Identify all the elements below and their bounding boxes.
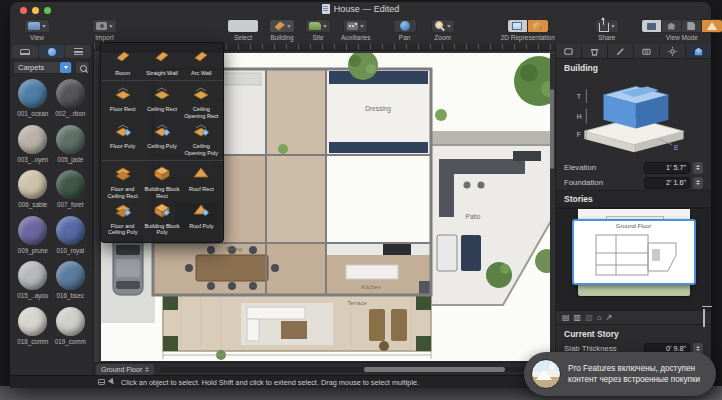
duplicate-story-icon[interactable]: ▥ (574, 314, 582, 322)
delete-story-button[interactable] (703, 309, 705, 327)
import-button[interactable]: Import (92, 19, 117, 41)
menu-item-label: Roof Rect (189, 186, 214, 192)
material-swatch[interactable]: 006_sable (14, 170, 52, 213)
status-cursor-icon (108, 378, 116, 386)
foundation-value-field[interactable]: 2' 1.6" (644, 177, 690, 189)
move-story-icon[interactable]: ↗ (606, 314, 613, 322)
add-story-icon[interactable]: ▤ (562, 314, 570, 322)
building-section-header: Building (556, 59, 711, 75)
vertical-scroll-thumb[interactable] (550, 89, 554, 169)
site-tool-button[interactable]: Site (305, 19, 331, 41)
building-tool-button[interactable]: Building (269, 19, 295, 41)
menu-item-label: Ceiling Rect (147, 106, 177, 112)
menu-item-ceiling-rect[interactable]: Ceiling Rect (142, 83, 181, 120)
material-swatch[interactable]: 019_comm (52, 307, 90, 350)
material-swatch[interactable]: 007_foret (52, 170, 90, 213)
material-swatch[interactable]: 001_ocean (14, 79, 52, 122)
tab-edit[interactable] (608, 44, 634, 58)
menu-item-floor-and-ceiling-rect[interactable]: Floor and Ceiling Rect (103, 163, 142, 200)
tab-materials-inspector[interactable] (582, 44, 608, 58)
swatch-thumbnail (56, 216, 85, 245)
elevation-stepper[interactable] (693, 162, 703, 174)
view-mode-page-button[interactable] (682, 20, 702, 32)
menu-item-building-block-poly[interactable]: Building Block Poly (142, 200, 181, 237)
share-icon (599, 23, 609, 32)
menu-item-floor-rect[interactable]: Floor Rect (103, 83, 142, 120)
zoom-tool-button[interactable]: Zoom (431, 19, 455, 41)
floor-tab-ground[interactable]: Ground Floor (96, 364, 154, 375)
menu-item-arc-wall[interactable]: Arc Wall (182, 47, 221, 77)
tab-light[interactable] (660, 44, 686, 58)
menu-item-label: Ceiling Poly (147, 143, 177, 149)
tab-building[interactable] (686, 44, 711, 58)
swatch-thumbnail (18, 170, 47, 199)
menu-item-ceiling-opening-poly[interactable]: Ceiling Opening Poly (182, 120, 221, 157)
material-swatch[interactable]: 016_bsec (52, 261, 90, 304)
zoom-icon (435, 21, 445, 31)
horizontal-scroll-thumb[interactable] (364, 367, 505, 372)
material-swatch[interactable]: 018_comm (14, 307, 52, 350)
window-title: House — Edited (334, 4, 400, 14)
auxiliaries-button[interactable]: Auxiliaries (341, 19, 371, 41)
swatch-thumbnail (56, 79, 85, 108)
floor-stepper-icon[interactable] (145, 367, 149, 372)
pencil-icon (615, 46, 626, 57)
room-label-dressing: Dressing (365, 105, 391, 113)
menu-item-floor-poly[interactable]: Floor Poly (103, 120, 142, 157)
material-swatch[interactable]: 005_jade (52, 125, 90, 168)
menu-item-roof-rect[interactable]: Roof Rect (182, 163, 221, 200)
menu-item-straight-wall[interactable]: Straight Wall (142, 47, 181, 77)
story-card-ground-floor[interactable]: Ground Floor (572, 219, 696, 285)
view-button[interactable]: View (24, 19, 50, 41)
menu-item-label: Floor Rect (110, 106, 136, 112)
slab2-icon (114, 165, 132, 185)
material-swatch[interactable]: 010_royal (52, 216, 90, 259)
view-mode-plan-button[interactable] (642, 20, 662, 32)
slab-poly-icon (153, 122, 171, 142)
elevation-value-field[interactable]: 1' 5.7" (644, 162, 690, 174)
export-story-icon[interactable]: ⌂ (597, 314, 602, 322)
menu-item-floor-and-ceiling-poly[interactable]: Floor and Ceiling Poly (103, 200, 142, 237)
vertical-scrollbar[interactable] (550, 52, 554, 360)
menu-item-building-block-rect[interactable]: Building Block Rect (142, 163, 181, 200)
material-swatch[interactable]: 003_..oyen (14, 125, 52, 168)
tab-object[interactable] (556, 44, 582, 58)
paint-bucket-icon (589, 46, 600, 57)
select-tool-button[interactable]: Select (227, 19, 259, 41)
plan-view-icon (647, 23, 656, 30)
material-swatch[interactable]: 009_prune (14, 216, 52, 259)
merge-story-icon[interactable]: ▧ (585, 314, 593, 322)
search-button[interactable] (75, 61, 90, 74)
material-swatch[interactable]: 002_..rbon (52, 79, 90, 122)
auxiliaries-icon (347, 22, 358, 30)
material-swatch[interactable]: 015_..ayou (14, 261, 52, 304)
view-mode-elevation-button[interactable] (662, 20, 682, 32)
representation-2d-button[interactable] (508, 20, 528, 32)
material-category-select[interactable]: Carpets (13, 61, 73, 74)
foundation-stepper[interactable] (693, 177, 703, 189)
pan-icon (400, 21, 410, 31)
view-mode-3d-button[interactable] (702, 20, 722, 32)
pro-features-toast[interactable]: Pro Features включены, доступен контент … (524, 352, 716, 396)
zoom-window-button[interactable] (44, 7, 51, 14)
tab-furniture[interactable] (12, 45, 38, 58)
close-window-button[interactable] (20, 7, 27, 14)
site-icon (309, 22, 321, 30)
tab-materials[interactable] (39, 45, 65, 58)
horizontal-scrollbar[interactable] (160, 367, 531, 372)
roof-view-icon (707, 22, 717, 30)
tab-list[interactable] (65, 45, 91, 58)
menu-item-roof-poly[interactable]: Roof Poly (182, 200, 221, 237)
inspector-sidebar: Building T H F E (555, 44, 711, 375)
representation-3d-button[interactable] (528, 20, 548, 32)
share-button[interactable]: Share (595, 19, 619, 41)
swatch-thumbnail (18, 125, 47, 154)
tab-camera[interactable] (634, 44, 660, 58)
view-icon (28, 22, 40, 30)
menu-item-ceiling-poly[interactable]: Ceiling Poly (142, 120, 181, 157)
pan-tool-button[interactable]: Pan (393, 19, 417, 41)
menu-item-room[interactable]: Room (103, 47, 142, 77)
menu-item-ceiling-opening-rect[interactable]: Ceiling Opening Rect (182, 83, 221, 120)
diagram-label-e: E (674, 144, 679, 151)
minimize-window-button[interactable] (32, 7, 39, 14)
